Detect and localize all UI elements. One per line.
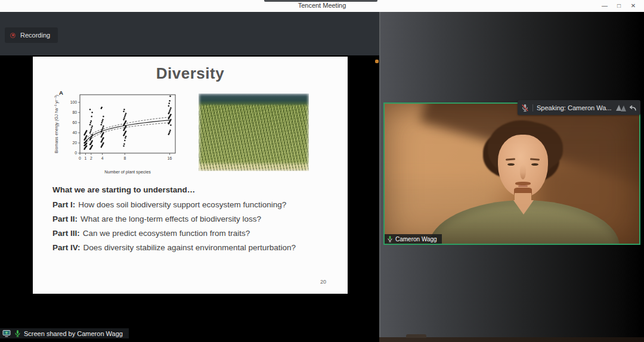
- mic-on-icon: [387, 235, 393, 242]
- svg-text:Biomass energy (GJ ha⁻¹ yr⁻¹): Biomass energy (GJ ha⁻¹ yr⁻¹): [54, 95, 59, 153]
- svg-text:Number of plant species: Number of plant species: [104, 169, 151, 175]
- person-left-eye: [507, 163, 515, 166]
- screen-share-icon: [2, 329, 11, 337]
- slide-page-number: 20: [320, 279, 326, 285]
- room-light-area: [385, 104, 516, 193]
- orange-indicator-dot: [375, 60, 379, 63]
- titlebar: Tencent Meeting — □ ✕: [0, 0, 644, 12]
- maximize-button[interactable]: □: [612, 0, 626, 12]
- badge-divider: [532, 104, 533, 111]
- share-banner: Screen shared by Cameron Wagg: [0, 328, 129, 338]
- person-right-eyebrow: [530, 158, 540, 160]
- meeting-toolbar: Recording: [0, 12, 379, 55]
- part-2-label: Part II:: [52, 214, 78, 223]
- slide-intro: What we are starting to understand…: [52, 185, 342, 194]
- minimize-button[interactable]: —: [597, 0, 612, 12]
- speaking-label: Speaking: Cameron Wa...: [537, 104, 612, 111]
- person-mustache: [515, 182, 531, 185]
- person-vneck: [513, 200, 534, 214]
- person-hair: [488, 120, 558, 176]
- person-nose: [520, 164, 526, 179]
- biomass-chart: A 0204060801000124816Number of plant spe…: [52, 90, 181, 175]
- svg-text:16: 16: [168, 156, 172, 160]
- person-goatee: [514, 188, 532, 199]
- mic-on-icon: [14, 329, 21, 337]
- mic-muted-icon: [521, 104, 529, 112]
- part-3-text: Can we predict ecosystem function from t…: [83, 229, 250, 238]
- switch-view-icon[interactable]: [615, 104, 627, 111]
- svg-text:60: 60: [72, 120, 77, 125]
- recording-badge[interactable]: Recording: [5, 27, 58, 43]
- slide-part-4: Part IV:Does diversity stabilize against…: [52, 243, 342, 252]
- shared-screen-pane: Recording Diversity A 020406080100012481…: [0, 12, 379, 342]
- svg-text:0: 0: [79, 156, 81, 160]
- person-neck: [515, 193, 531, 206]
- person-left-eyebrow: [506, 158, 515, 160]
- part-3-label: Part III:: [52, 229, 80, 238]
- svg-text:20: 20: [72, 141, 77, 145]
- part-1-text: How does soil biodiversity support ecosy…: [78, 200, 286, 209]
- person-face: [498, 135, 548, 197]
- room-shadow-area: [538, 160, 639, 244]
- participant-video[interactable]: Cameron Wagg: [383, 102, 640, 245]
- slide-text-block: What we are starting to understand… Part…: [52, 185, 342, 257]
- part-2-text: What are the long-term effects of biodiv…: [80, 214, 261, 223]
- room-wood-beam: [420, 104, 639, 191]
- participant-name-badge: Cameron Wagg: [385, 234, 442, 244]
- video-pane: Cameron Wagg Speaking: Cameron Wa...: [379, 12, 644, 342]
- slide-part-2: Part II:What are the long-term effects o…: [52, 214, 342, 223]
- person-right-eye: [531, 163, 538, 166]
- svg-text:8: 8: [123, 156, 126, 160]
- participant-name: Cameron Wagg: [395, 236, 437, 242]
- svg-text:0: 0: [75, 151, 77, 155]
- video-feed: [385, 104, 639, 244]
- part-1-label: Part I:: [52, 200, 75, 209]
- part-4-label: Part IV:: [52, 243, 80, 252]
- speaking-badge: Speaking: Cameron Wa...: [518, 100, 640, 115]
- window-controls: — □ ✕: [597, 0, 640, 12]
- background-window-strip: [379, 337, 644, 342]
- presentation-slide: Diversity A 0204060801000124816Number of…: [33, 57, 348, 294]
- person-sweater: [429, 200, 620, 244]
- svg-text:4: 4: [101, 156, 104, 160]
- share-banner-text: Screen shared by Cameron Wagg: [24, 330, 123, 337]
- undo-arrow-icon[interactable]: [628, 104, 637, 111]
- svg-text:100: 100: [70, 100, 78, 104]
- badge-actions: [615, 104, 637, 111]
- slide-title: Diversity: [33, 64, 348, 83]
- close-button[interactable]: ✕: [626, 0, 640, 12]
- diversity-chart-svg: 0204060801000124816Number of plant speci…: [52, 90, 181, 175]
- person-mouth: [518, 185, 528, 187]
- svg-text:40: 40: [72, 130, 77, 135]
- svg-text:80: 80: [72, 110, 77, 114]
- recording-icon: [10, 33, 16, 38]
- recording-label: Recording: [20, 32, 50, 39]
- slide-part-1: Part I:How does soil biodiversity suppor…: [52, 200, 342, 209]
- svg-text:1: 1: [85, 156, 87, 160]
- slide-part-3: Part III:Can we predict ecosystem functi…: [52, 229, 342, 238]
- tencent-meeting-window: Tencent Meeting — □ ✕ Recording Diversit…: [0, 0, 644, 342]
- part-4-text: Does diversity stabilize against environ…: [83, 243, 296, 252]
- svg-text:2: 2: [90, 156, 92, 160]
- background-window-tab: [406, 334, 426, 338]
- grass-field-photo: [199, 94, 309, 171]
- window-title: Tencent Meeting: [0, 2, 644, 9]
